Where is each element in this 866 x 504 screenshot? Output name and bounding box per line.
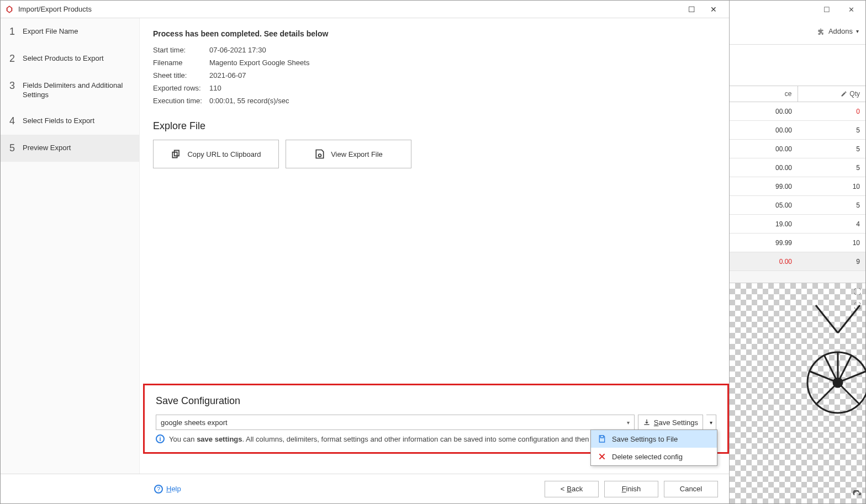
bg-table-footer: [730, 271, 865, 283]
import-export-dialog: Import/Export Products ☐ ✕ 1 Export File…: [1, 1, 730, 503]
bg-maximize-button[interactable]: ☐: [817, 2, 837, 17]
table-row[interactable]: 99.0010: [730, 177, 865, 196]
step-delimiters[interactable]: 3 Fields Delimiters and Additional Setti…: [1, 72, 139, 108]
finish-button[interactable]: Finish: [604, 481, 658, 497]
dialog-footer: ? Help < Back Finish Cancel: [1, 474, 729, 503]
product-image: [805, 300, 866, 421]
background-window: ☐ ✕ Addons ▾ ce Qty 00.00000.00500.00500…: [730, 1, 865, 503]
step-preview-export[interactable]: 5 Preview Export: [1, 135, 139, 162]
back-button[interactable]: < Back: [545, 481, 599, 497]
svg-line-6: [816, 383, 838, 405]
menu-save-to-file[interactable]: Save Settings to File: [591, 430, 717, 448]
table-row[interactable]: 19.004: [730, 215, 865, 234]
table-row[interactable]: 00.000: [730, 102, 865, 121]
info-icon: i: [156, 434, 165, 443]
process-title: Process has been completed. See details …: [153, 29, 716, 38]
save-file-icon: [598, 434, 606, 443]
col-qty[interactable]: Qty: [798, 86, 866, 102]
view-export-button[interactable]: View Export File: [286, 140, 411, 168]
help-link[interactable]: ? Help: [154, 485, 181, 494]
save-settings-dropdown-menu: Save Settings to File Delete selected co…: [590, 429, 717, 466]
col-price[interactable]: ce: [730, 86, 798, 102]
svg-point-0: [319, 154, 321, 157]
expand-icon-1[interactable]: ⛶: [852, 287, 862, 296]
table-row[interactable]: 05.005: [730, 196, 865, 215]
save-settings-button[interactable]: Save Settings: [638, 415, 703, 430]
refresh-icon[interactable]: [852, 490, 862, 500]
copy-url-button[interactable]: Copy URL to Clipboard: [153, 140, 279, 168]
view-file-icon: [314, 148, 325, 160]
table-row[interactable]: 00.005: [730, 158, 865, 177]
table-row[interactable]: 00.005: [730, 140, 865, 158]
save-configuration-section: Save Configuration google sheets export …: [143, 384, 729, 454]
help-icon: ?: [154, 485, 163, 494]
step-export-file-name[interactable]: 1 Export File Name: [1, 18, 139, 45]
svg-line-5: [838, 383, 860, 405]
maximize-button[interactable]: ☐: [680, 2, 703, 17]
menu-delete-config[interactable]: Delete selected config: [591, 448, 717, 465]
process-info: Start time:07-06-2021 17:30 FilenameMage…: [153, 44, 716, 107]
dialog-titlebar: Import/Export Products ☐ ✕: [1, 1, 729, 18]
delete-icon: [598, 452, 606, 461]
explore-file-title: Explore File: [153, 120, 716, 132]
table-row[interactable]: 00.005: [730, 121, 865, 140]
config-name-input[interactable]: google sheets export: [156, 415, 635, 430]
cancel-button[interactable]: Cancel: [664, 481, 718, 497]
dialog-title: Import/Export Products: [18, 5, 680, 13]
close-button[interactable]: ✕: [703, 2, 725, 17]
copy-icon: [171, 148, 182, 160]
pencil-icon: [841, 91, 847, 97]
app-icon: [5, 5, 14, 14]
image-preview-area: ⛶ ⛶: [730, 283, 865, 503]
bg-table-header: ce Qty: [730, 86, 865, 102]
save-config-title: Save Configuration: [156, 395, 716, 407]
step-select-fields[interactable]: 4 Select Fields to Export: [1, 108, 139, 135]
table-row[interactable]: 0.009: [730, 252, 865, 271]
wizard-steps: 1 Export File Name 2 Select Products to …: [1, 18, 140, 474]
bg-close-button[interactable]: ✕: [841, 2, 861, 17]
addons-button[interactable]: Addons ▾: [816, 27, 859, 36]
step-select-products[interactable]: 2 Select Products to Export: [1, 45, 139, 72]
save-settings-dropdown-button[interactable]: ▾: [706, 415, 716, 430]
bg-table-rows: 00.00000.00500.00500.00599.001005.00519.…: [730, 102, 865, 271]
download-icon: [643, 418, 651, 426]
puzzle-icon: [816, 27, 825, 36]
table-row[interactable]: 99.9910: [730, 234, 865, 252]
